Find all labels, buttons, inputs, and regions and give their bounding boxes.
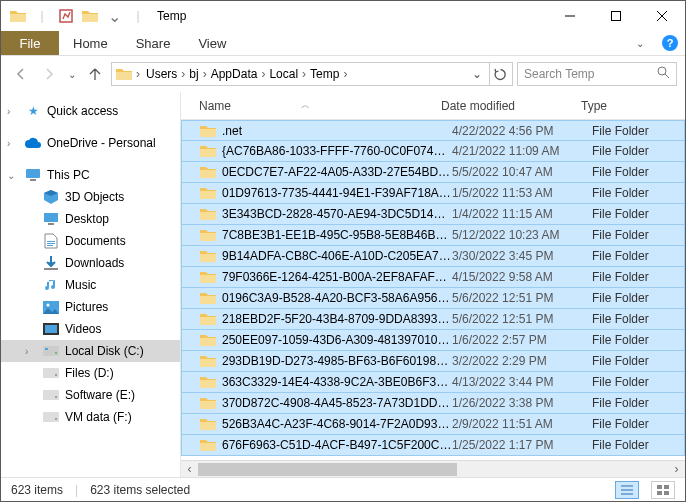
file-row[interactable]: 370D872C-4908-4A45-8523-7A73D1DDCB...1/2… (181, 393, 685, 414)
address-box[interactable]: › Users›bj›AppData›Local›Temp› ⌄ (111, 62, 490, 86)
nav-item[interactable]: Documents (1, 230, 180, 252)
nav-item[interactable]: Desktop (1, 208, 180, 230)
expand-icon[interactable]: › (7, 106, 19, 117)
svg-rect-23 (43, 412, 59, 422)
file-row[interactable]: .net4/22/2022 4:56 PMFile Folder (181, 120, 685, 141)
file-date: 5/6/2022 12:51 PM (452, 291, 592, 305)
column-name[interactable]: Name︿ (199, 99, 441, 113)
breadcrumb-sep[interactable]: › (341, 67, 349, 81)
file-row[interactable]: 3E343BCD-2828-4570-AE94-3DC5D14859791/4/… (181, 204, 685, 225)
file-row[interactable]: {AC76BA86-1033-FFFF-7760-0C0F074E41...4/… (181, 141, 685, 162)
svg-rect-28 (657, 485, 662, 489)
svg-rect-31 (664, 491, 669, 495)
search-input[interactable]: Search Temp (517, 62, 677, 86)
file-date: 4/22/2022 4:56 PM (452, 124, 592, 138)
svg-rect-11 (44, 268, 58, 270)
expand-icon[interactable]: › (25, 346, 37, 357)
close-button[interactable] (639, 1, 685, 31)
nav-onedrive[interactable]: › OneDrive - Personal (1, 132, 180, 154)
maximize-button[interactable] (593, 1, 639, 31)
breadcrumb-sep[interactable]: › (300, 67, 308, 81)
recent-dropdown-icon[interactable]: ⌄ (65, 62, 79, 86)
file-type: File Folder (592, 207, 649, 221)
nav-item[interactable]: 3D Objects (1, 186, 180, 208)
nav-item[interactable]: Downloads (1, 252, 180, 274)
minimize-button[interactable] (547, 1, 593, 31)
breadcrumb-segment[interactable]: Users (144, 67, 179, 81)
nav-item-label: Files (D:) (65, 366, 114, 380)
properties-icon[interactable] (55, 5, 77, 27)
tab-share[interactable]: Share (122, 31, 185, 55)
titlebar: | ⌄ | Temp (1, 1, 685, 31)
file-type: File Folder (592, 186, 649, 200)
file-row[interactable]: 526B3A4C-A23F-4C68-9014-7F2A0D9338212/9/… (181, 414, 685, 435)
up-button[interactable] (83, 62, 107, 86)
file-row[interactable]: 0ECDC7E7-AF22-4A05-A33D-27E54BDD6...5/5/… (181, 162, 685, 183)
nav-item[interactable]: Pictures (1, 296, 180, 318)
nav-quick-access[interactable]: › ★ Quick access (1, 100, 180, 122)
svg-point-5 (658, 67, 666, 75)
breadcrumb-sep[interactable]: › (201, 67, 209, 81)
folder-icon (200, 437, 216, 453)
folder-icon-small[interactable] (79, 5, 101, 27)
forward-button[interactable] (37, 62, 61, 86)
breadcrumb-segment[interactable]: AppData (209, 67, 260, 81)
file-name: {AC76BA86-1033-FFFF-7760-0C0F074E41... (222, 144, 452, 158)
file-row[interactable]: 250EE097-1059-43D6-A309-4813970108!D1/6/… (181, 330, 685, 351)
file-row[interactable]: 293DB19D-D273-4985-BF63-B6F601985B523/2/… (181, 351, 685, 372)
ribbon-expand-icon[interactable]: ⌄ (625, 31, 655, 55)
vid-icon (43, 321, 59, 337)
scroll-left-icon[interactable]: ‹ (181, 461, 198, 478)
folder-icon (200, 353, 216, 369)
tab-home[interactable]: Home (59, 31, 122, 55)
horizontal-scrollbar[interactable]: ‹ › (181, 460, 685, 477)
file-type: File Folder (592, 417, 649, 431)
tab-view[interactable]: View (184, 31, 240, 55)
nav-item[interactable]: Videos (1, 318, 180, 340)
qat-dropdown-icon[interactable]: ⌄ (103, 5, 125, 27)
nav-item[interactable]: VM data (F:) (1, 406, 180, 428)
expand-icon[interactable]: › (7, 138, 19, 149)
file-name: 79F0366E-1264-4251-B00A-2EF8AFAFC7E0 (222, 270, 452, 284)
file-row[interactable]: 676F6963-C51D-4ACF-B497-1C5F200C3FF91/25… (181, 435, 685, 456)
file-name: 3E343BCD-2828-4570-AE94-3DC5D1485979 (222, 207, 452, 221)
nav-item[interactable]: Music (1, 274, 180, 296)
breadcrumb-segment[interactable]: Local (267, 67, 300, 81)
svg-rect-0 (60, 10, 72, 22)
column-type[interactable]: Type (581, 99, 685, 113)
back-button[interactable] (9, 62, 33, 86)
file-row[interactable]: 01D97613-7735-4441-94E1-F39AF718AF331/5/… (181, 183, 685, 204)
file-row[interactable]: 0196C3A9-B528-4A20-BCF3-58A6A956D4...5/6… (181, 288, 685, 309)
scroll-right-icon[interactable]: › (668, 461, 685, 478)
pc-icon (25, 167, 41, 183)
file-row[interactable]: 9B14ADFA-CB8C-406E-A10D-C205EA717...3/30… (181, 246, 685, 267)
details-view-button[interactable] (615, 481, 639, 499)
folder-icon (200, 416, 216, 432)
scroll-thumb[interactable] (198, 463, 457, 476)
breadcrumb-segment[interactable]: bj (187, 67, 200, 81)
help-icon[interactable]: ? (655, 31, 685, 55)
nav-this-pc[interactable]: ⌄ This PC (1, 164, 180, 186)
thumbnails-view-button[interactable] (651, 481, 675, 499)
nav-item[interactable]: Files (D:) (1, 362, 180, 384)
file-row[interactable]: 218EBD2F-5F20-43B4-8709-9DDA839385E05/6/… (181, 309, 685, 330)
collapse-icon[interactable]: ⌄ (7, 170, 19, 181)
folder-icon (200, 248, 216, 264)
column-date[interactable]: Date modified (441, 99, 581, 113)
nav-item[interactable]: Software (E:) (1, 384, 180, 406)
svg-rect-16 (43, 346, 59, 356)
refresh-button[interactable] (489, 62, 513, 86)
file-row[interactable]: 79F0366E-1264-4251-B00A-2EF8AFAFC7E04/15… (181, 267, 685, 288)
nav-item[interactable]: ›Local Disk (C:) (1, 340, 180, 362)
file-row[interactable]: 363C3329-14E4-4338-9C2A-3BE0B6F314A34/13… (181, 372, 685, 393)
address-dropdown-icon[interactable]: ⌄ (469, 67, 485, 81)
file-row[interactable]: 7C8BE3B1-EE1B-495C-95B8-5E8B46B8BE155/12… (181, 225, 685, 246)
folder-icon (200, 185, 216, 201)
breadcrumb-segment[interactable]: Temp (308, 67, 341, 81)
window-title: Temp (149, 9, 547, 23)
folder-icon (200, 311, 216, 327)
file-date: 1/6/2022 2:57 PM (452, 333, 592, 347)
file-name: 250EE097-1059-43D6-A309-4813970108!D (222, 333, 452, 347)
breadcrumb-sep[interactable]: › (134, 67, 142, 81)
file-tab[interactable]: File (1, 31, 59, 55)
